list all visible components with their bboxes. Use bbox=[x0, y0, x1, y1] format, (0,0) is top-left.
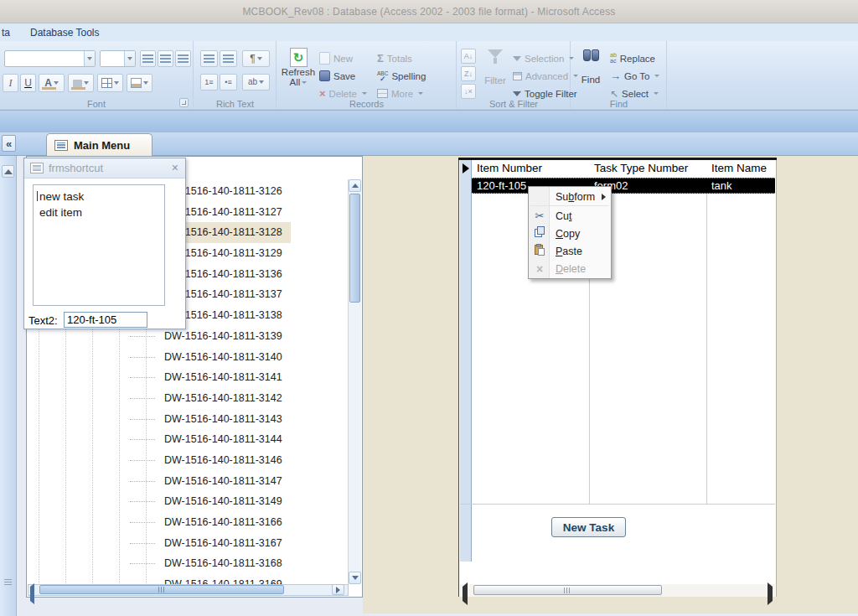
sort-ascending-button[interactable]: A↓ bbox=[461, 49, 476, 64]
save-record-button[interactable]: Save bbox=[319, 68, 355, 84]
list-horizontal-scrollbar[interactable] bbox=[28, 584, 349, 596]
ribbon-group-label: Records bbox=[277, 99, 456, 109]
replace-label: Replace bbox=[620, 54, 655, 64]
fill-color-button[interactable] bbox=[68, 74, 94, 92]
spelling-button[interactable]: ABC ✓ Spelling bbox=[377, 68, 426, 84]
font-size-combobox[interactable] bbox=[100, 50, 136, 67]
nav-scroll-up-button[interactable] bbox=[2, 165, 14, 178]
chevron-down-icon[interactable] bbox=[84, 81, 89, 85]
decrease-indent-button[interactable] bbox=[200, 50, 218, 67]
chevron-down-icon[interactable] bbox=[84, 51, 95, 66]
ribbon-tab-database-tools[interactable]: Database Tools bbox=[23, 25, 106, 40]
shortcut-list-item[interactable]: edit item bbox=[37, 204, 164, 220]
scroll-down-button[interactable] bbox=[349, 572, 361, 584]
list-item[interactable]: DW-1516-140-1811-3142 bbox=[28, 388, 348, 409]
record-selector-column[interactable] bbox=[460, 160, 472, 562]
chevron-down-icon[interactable] bbox=[114, 81, 119, 85]
cell-item-name[interactable]: tank bbox=[706, 179, 775, 193]
list-item[interactable]: DW-1516-140-1811-3141 bbox=[28, 367, 348, 388]
highlight-button[interactable]: ab bbox=[242, 74, 270, 91]
column-header-item-number[interactable]: Item Number bbox=[472, 160, 589, 178]
text2-input[interactable] bbox=[64, 312, 147, 328]
scroll-up-button[interactable] bbox=[349, 179, 361, 192]
menu-item-cut[interactable]: ✂ Cut bbox=[529, 207, 611, 225]
align-left-button[interactable] bbox=[140, 50, 156, 67]
ribbon: I U A Font bbox=[0, 41, 858, 110]
alternate-row-color-button[interactable] bbox=[127, 74, 152, 92]
copy-icon bbox=[532, 226, 547, 241]
align-right-button[interactable] bbox=[175, 50, 191, 67]
column-header-item-name[interactable]: Item Name bbox=[706, 160, 775, 178]
chevron-down-icon[interactable] bbox=[124, 51, 135, 66]
font-color-button[interactable]: A bbox=[39, 74, 65, 92]
menu-item-paste[interactable]: Paste bbox=[529, 242, 611, 260]
go-to-button[interactable]: → Go To bbox=[610, 68, 659, 84]
frmshortcut-titlebar[interactable]: frmshortcut × bbox=[24, 158, 185, 179]
list-item[interactable]: DW-1516-140-1811-3167 bbox=[28, 533, 348, 554]
datasheet-horizontal-scrollbar[interactable] bbox=[460, 584, 775, 597]
tab-main-menu[interactable]: Main Menu bbox=[46, 133, 152, 156]
gridlines-button[interactable] bbox=[97, 74, 123, 92]
list-item[interactable]: DW-1516-140-1811-3149 bbox=[28, 491, 348, 512]
shortcut-listbox[interactable]: new task edit item bbox=[33, 184, 165, 306]
italic-button[interactable]: I bbox=[3, 74, 18, 92]
column-header-task-type-number[interactable]: Task Type Number bbox=[589, 160, 706, 178]
menu-item-copy[interactable]: Copy bbox=[529, 225, 611, 242]
refresh-all-button[interactable]: ↻ Refresh All bbox=[282, 48, 315, 87]
menu-item-delete[interactable]: × Delete bbox=[529, 260, 611, 277]
list-item[interactable]: DW-1516-140-1811-3166 bbox=[28, 512, 348, 533]
sort-descending-button[interactable]: Z↓ bbox=[461, 66, 476, 81]
close-icon[interactable]: × bbox=[172, 161, 178, 174]
list-item[interactable]: DW-1516-140-1811-3147 bbox=[28, 471, 348, 492]
list-vertical-scrollbar[interactable] bbox=[348, 179, 361, 584]
frmshortcut-window[interactable]: frmshortcut × new task edit item Text2: bbox=[23, 158, 186, 329]
list-item[interactable]: DW-1516-140-1811-3144 bbox=[28, 429, 348, 450]
chevron-down-icon[interactable] bbox=[143, 81, 148, 85]
totals-button[interactable]: Σ Totals bbox=[377, 50, 412, 66]
new-task-label: New Task bbox=[563, 521, 614, 534]
italic-icon: I bbox=[9, 78, 13, 88]
horizontal-scroll-thumb[interactable] bbox=[39, 585, 284, 594]
scroll-left-button[interactable] bbox=[30, 587, 34, 602]
underline-button[interactable]: U bbox=[20, 74, 36, 92]
shortcut-list-item[interactable]: new task bbox=[37, 189, 164, 204]
new-task-button[interactable]: New Task bbox=[551, 517, 626, 537]
vertical-scroll-thumb[interactable] bbox=[349, 194, 360, 303]
list-item[interactable]: DW-1516-140-1811-3140 bbox=[28, 347, 348, 368]
increase-indent-button[interactable] bbox=[220, 50, 237, 67]
document-tab-bar: « Main Menu bbox=[0, 132, 858, 156]
list-item[interactable]: DW-1516-140-1811-3143 bbox=[28, 409, 348, 430]
ribbon-tab-external-data-partial[interactable]: ta bbox=[0, 25, 17, 40]
datasheet-selected-row[interactable]: 120-ft-105 form02 tank bbox=[472, 178, 775, 194]
bullet-list-button[interactable]: •≡ bbox=[220, 74, 237, 91]
thumb-grip-icon bbox=[564, 588, 571, 593]
list-item[interactable]: DW-1516-140-1811-3168 bbox=[28, 553, 348, 574]
advanced-filter-button[interactable]: Advanced bbox=[513, 68, 578, 84]
align-center-button[interactable] bbox=[158, 50, 173, 67]
chevron-down-icon[interactable] bbox=[257, 57, 262, 60]
chevron-down-icon[interactable] bbox=[54, 81, 59, 85]
clear-sorts-button[interactable]: ↓× bbox=[461, 84, 476, 99]
navigation-pane-collapsed[interactable] bbox=[0, 156, 17, 616]
collapse-navigation-pane-button[interactable]: « bbox=[2, 135, 16, 152]
scroll-left-button[interactable] bbox=[463, 587, 468, 602]
list-item[interactable]: DW-1516-140-1811-3146 bbox=[28, 450, 348, 471]
horizontal-scroll-thumb[interactable] bbox=[473, 585, 662, 595]
scroll-right-button[interactable] bbox=[768, 587, 773, 602]
filter-button[interactable]: Filter bbox=[480, 49, 510, 85]
text-direction-button[interactable]: ¶ bbox=[242, 50, 270, 67]
new-record-button[interactable]: New bbox=[319, 50, 353, 66]
find-button[interactable]: Find bbox=[576, 49, 606, 85]
scroll-right-button[interactable] bbox=[332, 584, 344, 595]
chevron-down-icon[interactable] bbox=[259, 80, 264, 84]
check-icon: ✓ bbox=[380, 76, 386, 81]
numbered-list-button[interactable]: 1≡ bbox=[200, 74, 218, 91]
nav-resize-grip[interactable] bbox=[4, 579, 12, 587]
menu-item-subform[interactable]: Subform bbox=[529, 188, 611, 205]
replace-button[interactable]: ab ac Replace bbox=[610, 50, 655, 66]
form-icon bbox=[30, 163, 44, 173]
font-name-combobox[interactable] bbox=[4, 50, 96, 67]
find-label: Find bbox=[581, 75, 600, 85]
selection-filter-button[interactable]: Selection bbox=[513, 50, 574, 66]
list-item-text: DW-1516-140-1811-3146 bbox=[164, 450, 282, 471]
